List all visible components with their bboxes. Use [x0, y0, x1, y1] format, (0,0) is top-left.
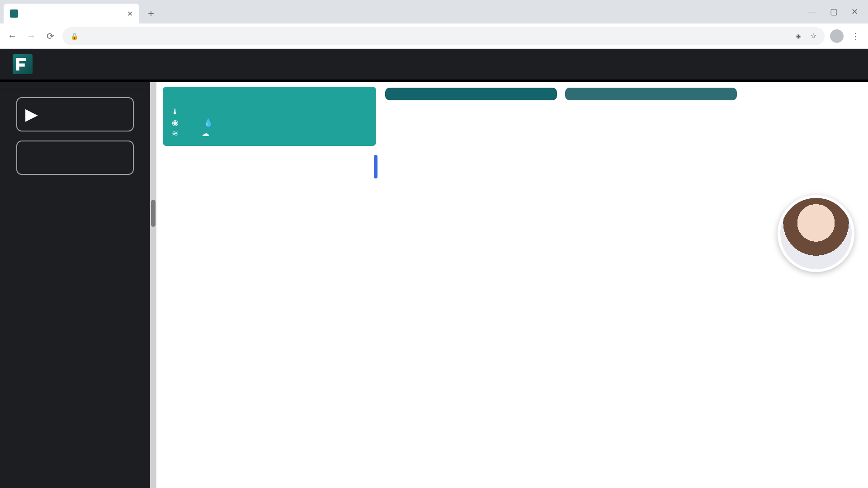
address-bar[interactable]: 🔒 ◈ ☆	[62, 27, 825, 45]
app-header	[0, 49, 868, 80]
current-weather-card: 🌡 ◉ 💧 ≋ ☁	[163, 87, 376, 146]
browser-tab-strip: ✕ ＋ — ▢ ✕	[0, 0, 868, 23]
sidebar-scrollbar[interactable]	[150, 82, 156, 488]
close-window-icon[interactable]: ✕	[851, 7, 858, 17]
browser-toolbar: ← → ⟳ 🔒 ◈ ☆ ⋮	[0, 23, 868, 49]
browser-menu-icon[interactable]: ⋮	[849, 29, 863, 43]
cloud-icon: ☁	[201, 129, 209, 138]
reload-button[interactable]: ⟳	[43, 29, 57, 43]
forward-button[interactable]: →	[24, 29, 38, 43]
google-play-icon: ▶	[25, 105, 38, 124]
install-app-icon[interactable]: ◈	[796, 32, 801, 40]
lock-icon: 🔒	[71, 33, 78, 40]
content-area: 🌡 ◉ 💧 ≋ ☁	[156, 82, 868, 488]
thermometer-icon: 🌡	[171, 108, 179, 117]
support-block	[0, 82, 150, 88]
assistant-avatar[interactable]	[778, 195, 854, 272]
new-tab-button[interactable]: ＋	[144, 6, 158, 20]
close-tab-icon[interactable]: ✕	[127, 9, 133, 18]
minimize-icon[interactable]: —	[808, 7, 816, 17]
app-store-badge[interactable]	[16, 141, 134, 175]
brand-logo[interactable]	[13, 54, 38, 74]
back-button[interactable]: ←	[5, 29, 19, 43]
favicon	[10, 9, 18, 18]
browser-tab[interactable]: ✕	[4, 4, 139, 23]
google-play-badge[interactable]: ▶	[16, 97, 134, 131]
tab-historical-graphs[interactable]	[565, 88, 737, 100]
maximize-icon[interactable]: ▢	[830, 7, 838, 17]
pressure-icon: ◉	[171, 118, 179, 127]
bookmark-icon[interactable]: ☆	[810, 32, 816, 40]
sidebar: ▶	[0, 82, 150, 488]
humidity-icon: 💧	[203, 118, 212, 127]
logo-icon	[13, 54, 33, 74]
wind-icon: ≋	[171, 129, 179, 138]
profile-avatar[interactable]	[830, 29, 844, 43]
tab-forecast-graphs[interactable]	[385, 88, 557, 100]
